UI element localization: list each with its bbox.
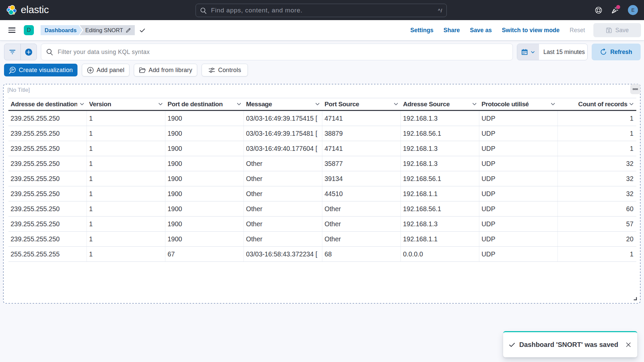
table-cell[interactable]: UDP: [479, 232, 558, 246]
table-cell[interactable]: 03/03-16:49:40.177604 [: [244, 141, 322, 156]
table-cell[interactable]: UDP: [479, 186, 558, 201]
table-cell[interactable]: 60: [558, 201, 636, 216]
table-cell[interactable]: 239.255.255.250: [8, 201, 87, 216]
table-cell[interactable]: 35877: [322, 156, 401, 171]
table-cell[interactable]: 1900: [165, 232, 244, 246]
time-range-value[interactable]: Last 15 minutes: [539, 44, 587, 60]
refresh-button[interactable]: Refresh: [592, 44, 641, 60]
table-cell[interactable]: 68: [322, 247, 401, 261]
table-cell[interactable]: Other: [244, 217, 322, 231]
table-cell[interactable]: 192.168.1.3: [401, 141, 479, 156]
toast-close-button[interactable]: [625, 341, 632, 349]
table-cell[interactable]: 03/03-16:49:39.175415 [: [244, 111, 322, 126]
column-header[interactable]: Port de destination: [165, 98, 244, 110]
table-cell[interactable]: UDP: [479, 217, 558, 231]
table-cell[interactable]: 1: [87, 111, 165, 126]
column-header[interactable]: Protocole utilisé: [479, 98, 558, 110]
table-cell[interactable]: 32: [558, 156, 636, 171]
table-cell[interactable]: 239.255.255.250: [8, 186, 87, 201]
filter-menu-button[interactable]: [4, 44, 20, 60]
table-cell[interactable]: Other: [322, 217, 401, 231]
panel-menu-button[interactable]: [630, 84, 640, 94]
create-visualization-button[interactable]: Create visualization: [4, 64, 77, 76]
breadcrumb-dashboards[interactable]: Dashboards: [41, 25, 82, 35]
table-cell[interactable]: 239.255.255.250: [8, 156, 87, 171]
table-cell[interactable]: 239.255.255.250: [8, 232, 87, 246]
table-cell[interactable]: 192.168.1.1: [401, 186, 479, 201]
elastic-logo-icon[interactable]: [7, 5, 17, 15]
share-link[interactable]: Share: [443, 27, 460, 34]
table-cell[interactable]: 39134: [322, 171, 401, 186]
add-panel-button[interactable]: Add panel: [82, 64, 129, 76]
table-cell[interactable]: 192.168.56.1: [401, 171, 479, 186]
table-cell[interactable]: 1900: [165, 171, 244, 186]
table-cell[interactable]: UDP: [479, 247, 558, 261]
table-cell[interactable]: 1: [87, 126, 165, 141]
reset-link[interactable]: Reset: [570, 27, 585, 34]
table-cell[interactable]: 0.0.0.0: [401, 247, 479, 261]
help-button[interactable]: [594, 6, 602, 14]
table-cell[interactable]: 1: [87, 217, 165, 231]
table-cell[interactable]: 1: [87, 156, 165, 171]
panel-resize-handle[interactable]: [633, 296, 637, 300]
dashboard-app-avatar[interactable]: D: [24, 25, 34, 35]
save-as-link[interactable]: Save as: [470, 27, 492, 34]
table-cell[interactable]: 192.168.1.3: [401, 111, 479, 126]
table-cell[interactable]: 1: [87, 232, 165, 246]
table-cell[interactable]: 1: [558, 247, 636, 261]
global-search-input[interactable]: Find apps, content, and more. ^/: [196, 4, 447, 17]
save-button[interactable]: Save: [593, 23, 641, 37]
table-cell[interactable]: 239.255.255.250: [8, 141, 87, 156]
table-cell[interactable]: 38879: [322, 126, 401, 141]
table-cell[interactable]: 1: [87, 171, 165, 186]
table-cell[interactable]: Other: [322, 201, 401, 216]
table-cell[interactable]: Other: [322, 232, 401, 246]
breadcrumb-check-icon[interactable]: [139, 27, 146, 34]
table-cell[interactable]: 1: [87, 247, 165, 261]
table-cell[interactable]: Other: [244, 156, 322, 171]
table-cell[interactable]: 1: [87, 186, 165, 201]
column-header[interactable]: Message: [244, 98, 322, 110]
user-avatar[interactable]: E: [628, 5, 638, 15]
table-cell[interactable]: 239.255.255.250: [8, 171, 87, 186]
date-picker-menu-button[interactable]: [517, 44, 539, 60]
table-cell[interactable]: 239.255.255.250: [8, 217, 87, 231]
table-cell[interactable]: 1900: [165, 217, 244, 231]
table-cell[interactable]: 1900: [165, 111, 244, 126]
table-cell[interactable]: 03/03-16:58:43.372234 [: [244, 247, 322, 261]
column-header[interactable]: Version: [87, 98, 165, 110]
table-cell[interactable]: 20: [558, 232, 636, 246]
table-cell[interactable]: 1900: [165, 186, 244, 201]
table-cell[interactable]: 1: [558, 111, 636, 126]
breadcrumb-current[interactable]: Editing SNORT: [79, 25, 135, 35]
table-cell[interactable]: UDP: [479, 141, 558, 156]
kql-filter-input[interactable]: Filter your data using KQL syntax: [41, 44, 513, 60]
table-cell[interactable]: 44510: [322, 186, 401, 201]
table-cell[interactable]: 67: [165, 247, 244, 261]
table-cell[interactable]: 1: [87, 141, 165, 156]
table-cell[interactable]: Other: [244, 201, 322, 216]
table-cell[interactable]: 1900: [165, 141, 244, 156]
table-cell[interactable]: UDP: [479, 111, 558, 126]
table-cell[interactable]: 32: [558, 186, 636, 201]
table-cell[interactable]: Other: [244, 186, 322, 201]
table-cell[interactable]: 1: [558, 141, 636, 156]
table-cell[interactable]: 1: [87, 201, 165, 216]
table-cell[interactable]: 239.255.255.250: [8, 111, 87, 126]
news-button[interactable]: [611, 6, 619, 14]
column-header[interactable]: Adresse Source: [401, 98, 479, 110]
table-cell[interactable]: 47141: [322, 141, 401, 156]
column-header[interactable]: Adresse de destination: [8, 98, 87, 110]
table-cell[interactable]: 1900: [165, 156, 244, 171]
settings-link[interactable]: Settings: [410, 27, 433, 34]
table-cell[interactable]: 192.168.1.3: [401, 217, 479, 231]
table-cell[interactable]: Other: [244, 171, 322, 186]
table-cell[interactable]: 03/03-16:49:39.175481 [: [244, 126, 322, 141]
add-filter-button[interactable]: [20, 44, 37, 60]
panel-title[interactable]: [No Title]: [7, 87, 30, 94]
table-cell[interactable]: 192.168.1.3: [401, 156, 479, 171]
table-cell[interactable]: UDP: [479, 126, 558, 141]
table-cell[interactable]: UDP: [479, 171, 558, 186]
controls-button[interactable]: Controls: [202, 64, 248, 76]
add-from-library-button[interactable]: Add from library: [134, 64, 197, 76]
